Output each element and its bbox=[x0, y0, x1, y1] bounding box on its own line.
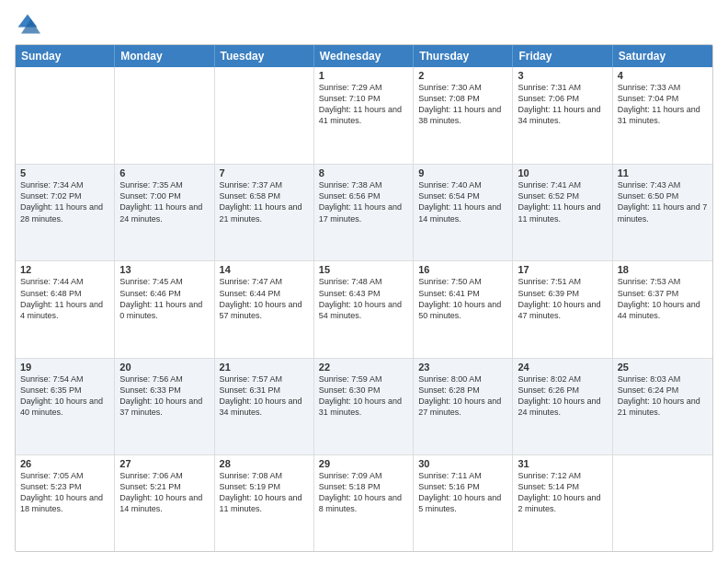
day-number: 11 bbox=[618, 167, 708, 178]
day-number: 22 bbox=[319, 362, 408, 373]
header-day-tuesday: Tuesday bbox=[215, 45, 314, 67]
day-info: Sunrise: 7:51 AM Sunset: 6:39 PM Dayligh… bbox=[518, 276, 607, 321]
day-info: Sunrise: 7:43 AM Sunset: 6:50 PM Dayligh… bbox=[618, 179, 708, 224]
day-number: 4 bbox=[618, 70, 708, 81]
day-number: 19 bbox=[20, 362, 109, 373]
day-info: Sunrise: 7:48 AM Sunset: 6:43 PM Dayligh… bbox=[319, 276, 408, 321]
generalblue-logo-icon bbox=[15, 11, 40, 37]
header-day-saturday: Saturday bbox=[613, 45, 712, 67]
day-info: Sunrise: 7:11 AM Sunset: 5:16 PM Dayligh… bbox=[418, 470, 507, 515]
day-info: Sunrise: 7:33 AM Sunset: 7:04 PM Dayligh… bbox=[618, 82, 708, 127]
calendar-row-0: 1Sunrise: 7:29 AM Sunset: 7:10 PM Daylig… bbox=[16, 67, 712, 164]
day-number: 25 bbox=[618, 362, 708, 373]
header-day-friday: Friday bbox=[513, 45, 612, 67]
day-cell-10: 10Sunrise: 7:41 AM Sunset: 6:52 PM Dayli… bbox=[513, 165, 612, 260]
day-number: 9 bbox=[418, 167, 507, 178]
day-number: 28 bbox=[220, 458, 309, 469]
day-number: 20 bbox=[119, 362, 209, 373]
day-number: 13 bbox=[119, 264, 209, 275]
day-cell-23: 23Sunrise: 8:00 AM Sunset: 6:28 PM Dayli… bbox=[414, 359, 513, 454]
day-info: Sunrise: 7:31 AM Sunset: 7:06 PM Dayligh… bbox=[518, 82, 607, 127]
day-info: Sunrise: 7:59 AM Sunset: 6:30 PM Dayligh… bbox=[319, 373, 408, 419]
day-cell-18: 18Sunrise: 7:53 AM Sunset: 6:37 PM Dayli… bbox=[613, 261, 712, 357]
day-info: Sunrise: 7:08 AM Sunset: 5:19 PM Dayligh… bbox=[220, 470, 309, 515]
day-info: Sunrise: 7:35 AM Sunset: 7:00 PM Dayligh… bbox=[119, 179, 209, 224]
calendar-row-2: 12Sunrise: 7:44 AM Sunset: 6:48 PM Dayli… bbox=[16, 260, 712, 357]
day-number: 16 bbox=[418, 264, 507, 275]
day-cell-3: 3Sunrise: 7:31 AM Sunset: 7:06 PM Daylig… bbox=[513, 67, 612, 164]
day-info: Sunrise: 7:47 AM Sunset: 6:44 PM Dayligh… bbox=[220, 276, 309, 321]
day-cell-24: 24Sunrise: 8:02 AM Sunset: 6:26 PM Dayli… bbox=[513, 359, 612, 454]
day-cell-31: 31Sunrise: 7:12 AM Sunset: 5:14 PM Dayli… bbox=[513, 455, 612, 551]
empty-cell-0-1 bbox=[115, 67, 214, 164]
day-cell-28: 28Sunrise: 7:08 AM Sunset: 5:19 PM Dayli… bbox=[215, 455, 314, 551]
day-info: Sunrise: 7:41 AM Sunset: 6:52 PM Dayligh… bbox=[518, 179, 607, 224]
day-number: 27 bbox=[119, 458, 209, 469]
day-cell-20: 20Sunrise: 7:56 AM Sunset: 6:33 PM Dayli… bbox=[115, 359, 214, 454]
page: SundayMondayTuesdayWednesdayThursdayFrid… bbox=[0, 0, 728, 563]
day-info: Sunrise: 7:37 AM Sunset: 6:58 PM Dayligh… bbox=[220, 179, 309, 224]
calendar-header: SundayMondayTuesdayWednesdayThursdayFrid… bbox=[16, 45, 712, 67]
day-number: 12 bbox=[20, 264, 109, 275]
day-info: Sunrise: 8:02 AM Sunset: 6:26 PM Dayligh… bbox=[518, 373, 607, 419]
day-info: Sunrise: 7:34 AM Sunset: 7:02 PM Dayligh… bbox=[20, 179, 109, 224]
day-cell-22: 22Sunrise: 7:59 AM Sunset: 6:30 PM Dayli… bbox=[314, 359, 414, 454]
day-info: Sunrise: 7:06 AM Sunset: 5:21 PM Dayligh… bbox=[119, 470, 209, 515]
day-number: 26 bbox=[20, 458, 109, 469]
day-number: 1 bbox=[319, 70, 408, 81]
day-cell-19: 19Sunrise: 7:54 AM Sunset: 6:35 PM Dayli… bbox=[16, 359, 115, 454]
day-cell-14: 14Sunrise: 7:47 AM Sunset: 6:44 PM Dayli… bbox=[215, 261, 314, 357]
day-cell-6: 6Sunrise: 7:35 AM Sunset: 7:00 PM Daylig… bbox=[115, 165, 214, 260]
day-cell-27: 27Sunrise: 7:06 AM Sunset: 5:21 PM Dayli… bbox=[115, 455, 214, 551]
day-cell-13: 13Sunrise: 7:45 AM Sunset: 6:46 PM Dayli… bbox=[115, 261, 214, 357]
day-cell-25: 25Sunrise: 8:03 AM Sunset: 6:24 PM Dayli… bbox=[613, 359, 712, 454]
calendar: SundayMondayTuesdayWednesdayThursdayFrid… bbox=[15, 44, 713, 552]
day-cell-1: 1Sunrise: 7:29 AM Sunset: 7:10 PM Daylig… bbox=[314, 67, 414, 164]
day-cell-8: 8Sunrise: 7:38 AM Sunset: 6:56 PM Daylig… bbox=[314, 165, 414, 260]
day-number: 18 bbox=[618, 264, 708, 275]
day-cell-12: 12Sunrise: 7:44 AM Sunset: 6:48 PM Dayli… bbox=[16, 261, 115, 357]
day-cell-2: 2Sunrise: 7:30 AM Sunset: 7:08 PM Daylig… bbox=[414, 67, 513, 164]
day-cell-21: 21Sunrise: 7:57 AM Sunset: 6:31 PM Dayli… bbox=[215, 359, 314, 454]
header-day-wednesday: Wednesday bbox=[314, 45, 414, 67]
day-number: 30 bbox=[418, 458, 507, 469]
calendar-body: 1Sunrise: 7:29 AM Sunset: 7:10 PM Daylig… bbox=[16, 67, 712, 551]
day-info: Sunrise: 7:09 AM Sunset: 5:18 PM Dayligh… bbox=[319, 470, 408, 515]
empty-cell-4-6 bbox=[613, 455, 712, 551]
day-info: Sunrise: 7:53 AM Sunset: 6:37 PM Dayligh… bbox=[618, 276, 708, 321]
day-cell-11: 11Sunrise: 7:43 AM Sunset: 6:50 PM Dayli… bbox=[613, 165, 712, 260]
day-number: 21 bbox=[220, 362, 309, 373]
day-cell-4: 4Sunrise: 7:33 AM Sunset: 7:04 PM Daylig… bbox=[613, 67, 712, 164]
day-info: Sunrise: 8:03 AM Sunset: 6:24 PM Dayligh… bbox=[618, 373, 708, 419]
day-info: Sunrise: 7:30 AM Sunset: 7:08 PM Dayligh… bbox=[418, 82, 507, 127]
day-info: Sunrise: 7:54 AM Sunset: 6:35 PM Dayligh… bbox=[20, 373, 109, 419]
day-info: Sunrise: 7:40 AM Sunset: 6:54 PM Dayligh… bbox=[418, 179, 507, 224]
day-number: 7 bbox=[220, 167, 309, 178]
calendar-row-1: 5Sunrise: 7:34 AM Sunset: 7:02 PM Daylig… bbox=[16, 164, 712, 260]
day-cell-30: 30Sunrise: 7:11 AM Sunset: 5:16 PM Dayli… bbox=[414, 455, 513, 551]
empty-cell-0-2 bbox=[215, 67, 314, 164]
day-info: Sunrise: 7:12 AM Sunset: 5:14 PM Dayligh… bbox=[518, 470, 607, 515]
day-cell-17: 17Sunrise: 7:51 AM Sunset: 6:39 PM Dayli… bbox=[513, 261, 612, 357]
day-number: 6 bbox=[119, 167, 209, 178]
day-cell-9: 9Sunrise: 7:40 AM Sunset: 6:54 PM Daylig… bbox=[414, 165, 513, 260]
day-cell-26: 26Sunrise: 7:05 AM Sunset: 5:23 PM Dayli… bbox=[16, 455, 115, 551]
day-number: 31 bbox=[518, 458, 607, 469]
day-number: 29 bbox=[319, 458, 408, 469]
day-number: 10 bbox=[518, 167, 607, 178]
day-info: Sunrise: 7:50 AM Sunset: 6:41 PM Dayligh… bbox=[418, 276, 507, 321]
day-cell-7: 7Sunrise: 7:37 AM Sunset: 6:58 PM Daylig… bbox=[215, 165, 314, 260]
day-number: 15 bbox=[319, 264, 408, 275]
day-cell-16: 16Sunrise: 7:50 AM Sunset: 6:41 PM Dayli… bbox=[414, 261, 513, 357]
day-info: Sunrise: 7:38 AM Sunset: 6:56 PM Dayligh… bbox=[319, 179, 408, 224]
day-info: Sunrise: 8:00 AM Sunset: 6:28 PM Dayligh… bbox=[418, 373, 507, 419]
calendar-row-3: 19Sunrise: 7:54 AM Sunset: 6:35 PM Dayli… bbox=[16, 358, 712, 454]
day-cell-15: 15Sunrise: 7:48 AM Sunset: 6:43 PM Dayli… bbox=[314, 261, 414, 357]
header-day-sunday: Sunday bbox=[16, 45, 115, 67]
day-info: Sunrise: 7:45 AM Sunset: 6:46 PM Dayligh… bbox=[119, 276, 209, 321]
day-cell-29: 29Sunrise: 7:09 AM Sunset: 5:18 PM Dayli… bbox=[314, 455, 414, 551]
header-day-thursday: Thursday bbox=[414, 45, 513, 67]
day-number: 5 bbox=[20, 167, 109, 178]
day-number: 2 bbox=[418, 70, 507, 81]
day-number: 8 bbox=[319, 167, 408, 178]
